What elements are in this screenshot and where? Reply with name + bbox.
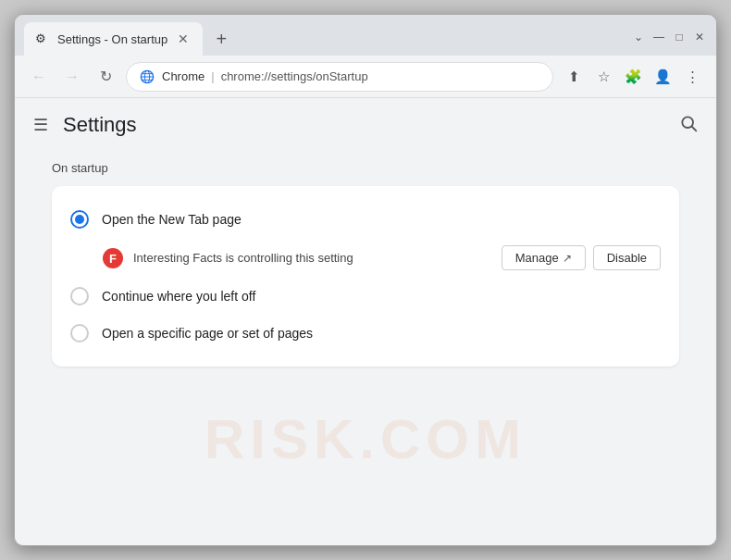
extension-warning-label: Interesting Facts is controlling this se… bbox=[133, 251, 353, 265]
radio-continue[interactable] bbox=[70, 287, 89, 305]
external-link-icon: ↗ bbox=[563, 252, 572, 265]
browser-window: ⚙ Settings - On startup ✕ + ⌄ — □ ✕ ← → … bbox=[14, 14, 717, 546]
address-divider: | bbox=[211, 69, 214, 83]
minimize-button[interactable]: — bbox=[651, 30, 666, 44]
section-label: On startup bbox=[52, 161, 679, 175]
option-specific-page-label: Open a specific page or set of pages bbox=[102, 326, 313, 341]
nav-bar: ← → ↻ Chrome | chrome://settings/onStart… bbox=[15, 56, 716, 98]
extension-warning-icon: F bbox=[102, 247, 124, 269]
option-continue-label: Continue where you left off bbox=[102, 289, 255, 304]
search-button[interactable] bbox=[679, 114, 698, 137]
profile-button[interactable]: 👤 bbox=[650, 64, 675, 90]
chrome-label: Chrome bbox=[162, 69, 204, 83]
forward-button[interactable]: → bbox=[59, 64, 85, 90]
radio-new-tab[interactable] bbox=[70, 210, 89, 229]
page-content: ☰ Settings On startup bbox=[15, 98, 716, 545]
extension-warning-row: F Interesting Facts is controlling this … bbox=[70, 238, 661, 278]
svg-line-6 bbox=[692, 126, 697, 131]
extension-buttons: Manage ↗ Disable bbox=[502, 245, 661, 270]
option-new-tab-label: Open the New Tab page bbox=[102, 212, 242, 227]
manage-button[interactable]: Manage ↗ bbox=[502, 245, 586, 270]
settings-header: ☰ Settings bbox=[15, 98, 716, 152]
options-card: Open the New Tab page F Interesting Fact… bbox=[52, 186, 679, 367]
chevron-icon[interactable]: ⌄ bbox=[631, 30, 646, 44]
option-new-tab[interactable]: Open the New Tab page bbox=[70, 201, 661, 238]
nav-right-icons: ⬆ ☆ 🧩 👤 ⋮ bbox=[561, 64, 705, 90]
address-text: Chrome | chrome://settings/onStartup bbox=[162, 69, 368, 83]
active-tab[interactable]: ⚙ Settings - On startup ✕ bbox=[24, 22, 203, 56]
globe-icon bbox=[140, 69, 155, 84]
maximize-button[interactable]: □ bbox=[672, 30, 687, 44]
settings-header-left: ☰ Settings bbox=[33, 113, 137, 137]
option-specific-page[interactable]: Open a specific page or set of pages bbox=[70, 315, 661, 352]
bookmark-button[interactable]: ☆ bbox=[590, 64, 616, 90]
svg-text:F: F bbox=[109, 252, 117, 266]
settings-title: Settings bbox=[63, 113, 137, 137]
tab-favicon: ⚙ bbox=[35, 31, 50, 46]
share-button[interactable]: ⬆ bbox=[561, 64, 587, 90]
refresh-button[interactable]: ↻ bbox=[93, 64, 118, 90]
radio-specific-page[interactable] bbox=[70, 324, 89, 342]
hamburger-icon[interactable]: ☰ bbox=[33, 115, 48, 135]
tab-close-button[interactable]: ✕ bbox=[175, 31, 192, 47]
close-button[interactable]: ✕ bbox=[692, 30, 707, 44]
manage-button-label: Manage bbox=[515, 251, 559, 265]
option-continue[interactable]: Continue where you left off bbox=[70, 278, 661, 315]
menu-button[interactable]: ⋮ bbox=[679, 64, 705, 90]
address-bar[interactable]: Chrome | chrome://settings/onStartup bbox=[126, 62, 553, 92]
tab-title: Settings - On startup bbox=[57, 32, 167, 46]
address-url: chrome://settings/onStartup bbox=[221, 69, 368, 83]
settings-body: On startup Open the New Tab page bbox=[15, 152, 716, 385]
window-controls: ⌄ — □ ✕ bbox=[631, 30, 707, 48]
title-bar: ⚙ Settings - On startup ✕ + ⌄ — □ ✕ bbox=[15, 15, 716, 56]
extension-warning-left: F Interesting Facts is controlling this … bbox=[102, 247, 353, 269]
radio-new-tab-inner bbox=[75, 215, 84, 224]
new-tab-button[interactable]: + bbox=[208, 26, 234, 52]
back-button[interactable]: ← bbox=[26, 64, 52, 90]
extensions-button[interactable]: 🧩 bbox=[620, 64, 646, 90]
page-wrapper: ☰ Settings On startup bbox=[15, 98, 716, 545]
disable-button[interactable]: Disable bbox=[593, 245, 661, 270]
